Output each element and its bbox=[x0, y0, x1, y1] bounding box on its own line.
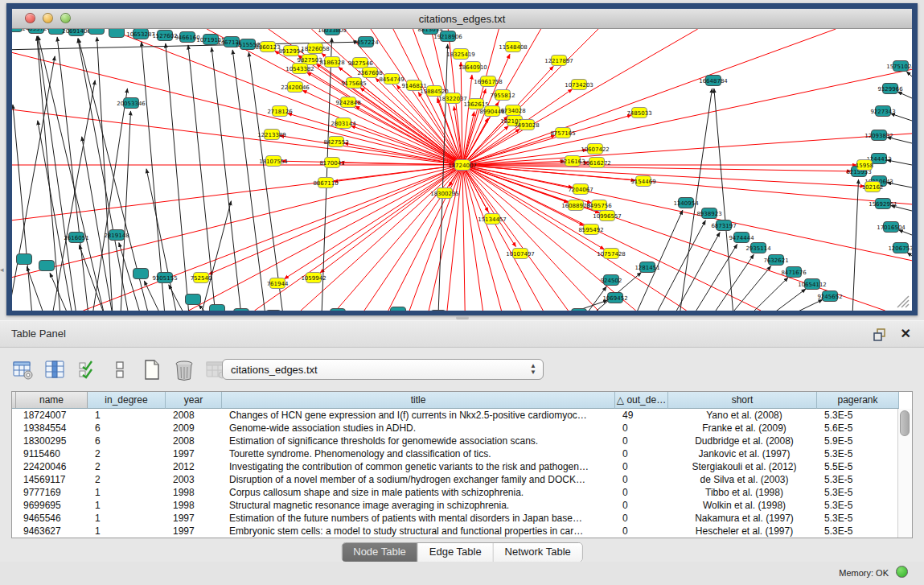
network-node[interactable]: 2803144 bbox=[331, 118, 356, 129]
cell-year[interactable]: 1998 bbox=[167, 486, 224, 499]
table-row[interactable]: 946362711997Embryonic stem cells: a mode… bbox=[12, 525, 912, 538]
network-window[interactable]: citations_edges.txt 18724007140557242069… bbox=[6, 3, 918, 315]
network-node[interactable]: 16961758 bbox=[474, 76, 503, 87]
float-panel-icon[interactable] bbox=[873, 328, 887, 342]
cell-name[interactable]: 9115460 bbox=[18, 447, 89, 460]
cell-in_degree[interactable]: 1 bbox=[89, 409, 167, 422]
cell-year[interactable]: 2008 bbox=[167, 409, 224, 422]
cell-short[interactable]: de Silva et al. (2003) bbox=[670, 473, 819, 486]
cell-name[interactable]: 9777169 bbox=[18, 486, 89, 499]
network-node[interactable]: 9154469 bbox=[630, 176, 655, 187]
cell-short[interactable]: Franke et al. (2009) bbox=[670, 422, 819, 435]
column-header-year[interactable]: year bbox=[166, 392, 222, 409]
network-node[interactable]: 7204067 bbox=[568, 184, 593, 195]
cell-short[interactable]: Jankovic et al. (1997) bbox=[670, 447, 819, 460]
cell-name[interactable]: 14569117 bbox=[18, 473, 89, 486]
network-node[interactable] bbox=[39, 261, 55, 271]
table-selector-dropdown[interactable]: citations_edges.txt ▲▼ bbox=[222, 359, 544, 380]
network-node[interactable]: 12093832 bbox=[864, 130, 893, 141]
cell-name[interactable]: 18300295 bbox=[18, 435, 89, 447]
resize-grip-icon[interactable] bbox=[897, 296, 909, 307]
cell-year[interactable]: 1997 bbox=[167, 525, 224, 538]
table-row[interactable]: 1456911722003Disruption of a novel membe… bbox=[12, 473, 912, 486]
select-rows-icon[interactable] bbox=[76, 358, 100, 382]
network-node[interactable] bbox=[266, 311, 281, 311]
network-node[interactable]: 11548408 bbox=[499, 42, 528, 52]
network-node[interactable]: 10757428 bbox=[597, 249, 626, 259]
cell-out_degree[interactable]: 0 bbox=[617, 473, 670, 486]
node-table[interactable]: namein_degreeyeartitle△ out_de…shortpage… bbox=[11, 391, 913, 538]
table-row[interactable]: 911546021997Tourette syndrome. Phenomeno… bbox=[12, 447, 912, 460]
network-view[interactable]: 1872400714055724206914061065328715276029… bbox=[12, 29, 912, 311]
network-node[interactable]: 14055724 bbox=[22, 29, 51, 34]
network-node[interactable] bbox=[572, 309, 587, 311]
network-node[interactable] bbox=[234, 309, 249, 311]
cell-year[interactable]: 1997 bbox=[167, 512, 224, 525]
cell-year[interactable]: 2008 bbox=[167, 435, 224, 447]
network-node[interactable] bbox=[133, 269, 149, 279]
cell-short[interactable]: Dudbridge et al. (2008) bbox=[670, 435, 819, 447]
cell-short[interactable]: Hescheler et al. (1997) bbox=[670, 525, 819, 538]
splitter-handle[interactable] bbox=[456, 316, 469, 319]
cell-in_degree[interactable]: 1 bbox=[89, 499, 167, 512]
zoom-window-button[interactable] bbox=[60, 13, 71, 23]
network-node[interactable]: 10654112 bbox=[798, 279, 827, 290]
cell-name[interactable]: 9465546 bbox=[18, 512, 89, 525]
table-row[interactable]: 1938455462009Genome-wide association stu… bbox=[12, 422, 912, 435]
network-node[interactable]: 8595492 bbox=[578, 225, 603, 235]
row-height-icon[interactable] bbox=[108, 358, 132, 382]
network-window-titlebar[interactable]: citations_edges.txt bbox=[12, 9, 912, 29]
network-canvas[interactable]: 1872400714055724206914061065328715276029… bbox=[12, 29, 912, 311]
network-node[interactable] bbox=[391, 307, 406, 311]
cell-in_degree[interactable]: 1 bbox=[89, 525, 167, 538]
network-node[interactable]: 15692951 bbox=[869, 199, 897, 209]
cell-title[interactable]: Investigating the contribution of common… bbox=[224, 460, 617, 473]
cell-title[interactable]: Estimation of significance thresholds fo… bbox=[224, 435, 617, 447]
column-header-name[interactable]: name bbox=[16, 392, 88, 409]
cell-short[interactable]: Wolkin et al. (1998) bbox=[670, 499, 819, 512]
table-scrollbar-thumb[interactable] bbox=[900, 410, 910, 436]
network-node[interactable] bbox=[17, 254, 32, 265]
network-node[interactable] bbox=[109, 29, 125, 38]
network-node[interactable]: 102162 bbox=[862, 182, 884, 192]
cell-pagerank[interactable]: 5.9E-5 bbox=[819, 435, 901, 447]
cell-pagerank[interactable]: 5.3E-5 bbox=[819, 499, 901, 512]
cell-in_degree[interactable]: 2 bbox=[89, 473, 167, 486]
cell-name[interactable]: 9699695 bbox=[18, 499, 89, 512]
table-row[interactable]: 977716911998Corpus callosum shape and si… bbox=[12, 486, 912, 499]
tab-node-table[interactable]: Node Table bbox=[342, 543, 418, 562]
cell-year[interactable]: 1998 bbox=[167, 499, 224, 512]
network-node[interactable]: 20691406 bbox=[62, 29, 91, 36]
network-node[interactable]: 1059942 bbox=[301, 273, 326, 283]
network-node[interactable]: 16033809 bbox=[318, 29, 347, 35]
cell-name[interactable]: 19384554 bbox=[18, 422, 89, 435]
cell-pagerank[interactable]: 5.3E-5 bbox=[819, 447, 901, 460]
cell-pagerank[interactable]: 5.3E-5 bbox=[819, 473, 901, 486]
cell-in_degree[interactable]: 2 bbox=[89, 447, 167, 460]
network-node[interactable]: 18640910 bbox=[458, 62, 487, 72]
network-node[interactable]: 7485033 bbox=[626, 108, 651, 118]
network-node[interactable]: 9227343 bbox=[870, 106, 895, 117]
cell-short[interactable]: Stergiakouli et al. (2012) bbox=[670, 460, 819, 473]
column-header-title[interactable]: title bbox=[222, 392, 615, 409]
tab-network-table[interactable]: Network Table bbox=[494, 543, 582, 562]
column-header-short[interactable]: short bbox=[668, 392, 817, 409]
network-node[interactable]: 9827546 bbox=[347, 58, 373, 68]
network-node[interactable]: 6873197 bbox=[711, 220, 736, 231]
cell-year[interactable]: 2012 bbox=[167, 460, 224, 473]
cell-pagerank[interactable]: 5.3E-5 bbox=[819, 525, 901, 538]
cell-in_degree[interactable]: 1 bbox=[89, 512, 167, 525]
cell-title[interactable]: Genome-wide association studies in ADHD. bbox=[224, 422, 617, 435]
network-node[interactable]: 10734203 bbox=[565, 80, 593, 90]
cell-name[interactable]: 22420046 bbox=[18, 460, 89, 473]
network-node[interactable]: 22420046 bbox=[281, 82, 310, 93]
table-row[interactable]: 1872400712008Changes of HCN gene express… bbox=[12, 409, 912, 422]
panel-collapse-handle[interactable]: ◂ bbox=[0, 264, 6, 275]
cell-title[interactable]: Estimation of the future numbers of pati… bbox=[224, 512, 617, 525]
cell-title[interactable]: Embryonic stem cells: a model to study s… bbox=[224, 525, 617, 538]
network-node[interactable]: 1527602 bbox=[152, 31, 177, 41]
network-node[interactable] bbox=[12, 29, 23, 32]
table-row[interactable]: 1830029562008Estimation of significance … bbox=[12, 435, 912, 447]
column-header-pagerank[interactable]: pagerank bbox=[817, 392, 899, 409]
table-row[interactable]: 969969511998Structural magnetic resonanc… bbox=[12, 499, 912, 512]
